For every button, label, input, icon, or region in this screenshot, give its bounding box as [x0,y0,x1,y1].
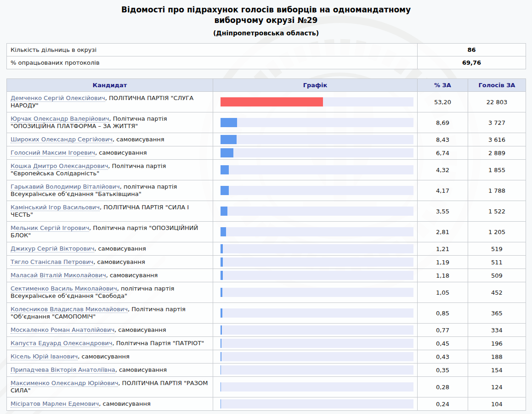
votes-value: 22 803 [468,92,526,112]
bar-track [221,352,413,361]
votes-value: 511 [468,256,526,269]
vote-bar [221,365,221,375]
candidate-link[interactable]: Припадчева Вікторія Анатоліївна [11,366,115,374]
candidate-row: Юрчак Олександр Валерійович, Політична п… [7,112,526,133]
bar-track [221,186,413,195]
vote-bar [221,165,229,174]
candidate-link[interactable]: Максименко Олександр Юрійович [11,380,118,387]
results-table: Кандидат Графік % ЗА Голосів ЗА Демченко… [6,78,526,411]
votes-value: 509 [468,269,526,282]
candidate-link[interactable]: Демченко Сергій Олексійович [11,95,105,102]
vote-bar [221,352,221,361]
candidate-party: , самовисування [99,400,151,407]
percent-value: 0,43 [418,350,468,364]
graph-cell [213,256,418,269]
page-content: Відомості про підрахунок голосів виборці… [0,5,532,411]
vote-bar [221,257,223,267]
percent-value: 0,77 [418,324,468,337]
candidate-link[interactable]: Юрчак Олександр Валерійович [11,115,109,123]
candidate-link[interactable]: Сектименко Василь Миколайович [11,285,117,292]
bar-track [221,271,413,280]
candidate-link[interactable]: Гарькавий Володимир Віталійович [11,183,120,190]
page-title: Відомості про підрахунок голосів виборці… [6,5,526,26]
candidate-cell: Юрчак Олександр Валерійович, Політична п… [7,112,213,133]
graph-cell [213,303,418,324]
candidate-link[interactable]: Кошка Дмитро Олександрович [11,162,108,170]
bar-track [221,207,413,216]
graph-cell [213,180,418,201]
vote-bar [221,118,237,127]
candidate-link[interactable]: Камінський Ігор Васильович [11,204,100,211]
candidate-link[interactable]: Колесников Владислав Миколайович [11,306,128,313]
candidate-party: , самовисування [113,136,164,143]
candidate-cell: Маласай Віталій Миколайович, самовисуван… [7,269,213,282]
graph-cell [213,397,418,411]
percent-value: 2,81 [418,222,468,242]
percent-value: 1,21 [418,242,468,256]
candidate-party: , самовисування [114,326,166,333]
bar-track [221,257,413,267]
candidate-link[interactable]: Маласай Віталій Миколайович [11,272,106,279]
candidate-cell: Москаленко Роман Анатолійович, самовисув… [7,324,213,337]
vote-bar [221,339,221,348]
percent-value: 4,32 [418,160,468,180]
graph-cell [213,201,418,222]
summary-label: % опрацьованих протоколів [7,56,418,69]
summary-label: Кількість дільниць в окрузі [7,44,418,56]
percent-value: 1,19 [418,256,468,269]
votes-value: 452 [468,282,526,303]
candidate-link[interactable]: Тягло Станіслав Петрович [11,258,93,266]
column-header-percent: % ЗА [418,79,468,92]
candidate-row: Мельник Сергій Ігорович, Політична парті… [7,222,526,242]
graph-cell [213,337,418,350]
summary-table: Кількість дільниць в окрузі 86 % опрацьо… [6,43,526,69]
candidate-link[interactable]: Голосний Максим Ігоревич [11,149,95,157]
vote-bar [221,325,222,335]
candidate-link[interactable]: Мельник Сергій Ігорович [11,224,89,232]
candidate-cell: Мельник Сергій Ігорович, Політична парті… [7,222,213,242]
percent-value: 8,43 [418,133,468,146]
column-header-graph: Графік [213,79,418,92]
bar-track [221,339,413,348]
candidate-row: Демченко Сергій Олексійович, ПОЛІТИЧНА П… [7,92,526,112]
summary-value: 69,76 [418,56,526,69]
candidate-row: Гарькавий Володимир Віталійович, політич… [7,180,526,201]
votes-value: 1 788 [468,180,526,201]
candidate-cell: Капуста Едуард Олександрович, Політична … [7,337,213,350]
page-title-line2: виборчому окрузі №29 [215,16,318,25]
percent-value: 0,45 [418,337,468,350]
vote-bar [221,382,221,392]
candidate-link[interactable]: Капуста Едуард Олександрович [11,340,112,347]
candidate-party: , самовисування [115,366,167,373]
candidate-row: Кісель Юрій Іванович, самовисування 0,43… [7,350,526,364]
candidate-party: , Політична Партія "ПАТРІОТ" [112,340,204,347]
candidate-link[interactable]: Місіратов Марлен Едемович [11,400,99,408]
bar-track [221,382,413,392]
candidate-cell: Кошка Дмитро Олександрович, Політична па… [7,160,213,180]
votes-value: 3 616 [468,133,526,146]
candidate-row: Місіратов Марлен Едемович, самовисування… [7,397,526,411]
bar-track [221,244,413,253]
summary-value: 86 [418,44,526,56]
candidate-row: Максименко Олександр Юрійович, ПОЛІТИЧНА… [7,377,526,397]
votes-value: 154 [468,364,526,377]
vote-bar [221,135,237,144]
votes-value: 2 889 [468,146,526,160]
candidate-row: Камінський Ігор Васильович, ПОЛІТИЧНА ПА… [7,201,526,222]
candidate-cell: Демченко Сергій Олексійович, ПОЛІТИЧНА П… [7,92,213,112]
vote-bar [221,148,233,157]
candidate-link[interactable]: Широких Олександр Сергійович [11,136,113,143]
votes-value: 1 855 [468,160,526,180]
percent-value: 8,69 [418,112,468,133]
candidate-cell: Максименко Олександр Юрійович, ПОЛІТИЧНА… [7,377,213,397]
candidate-link[interactable]: Москаленко Роман Анатолійович [11,326,114,334]
candidate-link[interactable]: Кісель Юрій Іванович [11,353,78,360]
candidate-cell: Сектименко Василь Миколайович, політична… [7,282,213,303]
candidate-link[interactable]: Джихур Сергій Вікторович [11,245,94,252]
candidate-cell: Камінський Ігор Васильович, ПОЛІТИЧНА ПА… [7,201,213,222]
votes-value: 3 727 [468,112,526,133]
candidate-cell: Джихур Сергій Вікторович, самовисування [7,242,213,256]
vote-bar [221,308,222,318]
vote-bar [221,227,226,236]
votes-value: 196 [468,337,526,350]
